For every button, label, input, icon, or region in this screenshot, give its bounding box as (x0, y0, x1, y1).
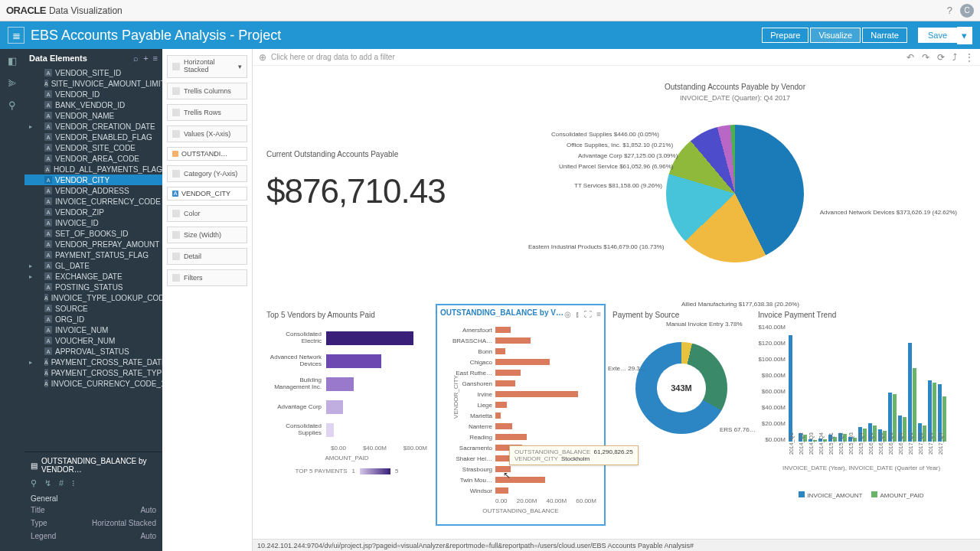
app-bar: ORACLE Data Visualization ? C (0, 0, 980, 21)
tree-item[interactable]: ▸APAYMENT_CROSS_RATE_DATE (24, 357, 162, 367)
legend-gradient (360, 468, 390, 474)
redo-icon[interactable]: ↷ (922, 52, 929, 63)
viz-tool-expand-icon[interactable]: ⛶ (584, 310, 592, 318)
share-icon[interactable]: ⤴ (952, 52, 957, 63)
tree-item[interactable]: ABANK_VENDOR_ID (24, 99, 162, 110)
tree-item[interactable]: APOSTING_STATUS (24, 282, 162, 292)
sidebar-search-icon[interactable]: ⌕ (133, 54, 139, 63)
save-button[interactable]: Save (918, 28, 957, 43)
tree-item[interactable]: AVENDOR_ENABLED_FLAG (24, 132, 162, 142)
tree-item[interactable]: AVOUCHER_NUM (24, 335, 162, 346)
tree-item[interactable]: AVENDOR_ADDRESS (24, 185, 162, 196)
user-avatar[interactable]: C (960, 4, 974, 18)
brand-logo: ORACLE (6, 5, 46, 16)
color-well[interactable]: Color (167, 205, 247, 222)
tree-item[interactable]: AVENDOR_ID (24, 89, 162, 99)
rail-analytics-icon[interactable]: ⫸ (8, 77, 18, 89)
canvas-menu-icon[interactable]: ⋮ (965, 52, 974, 63)
tree-item[interactable]: AVENDOR_ZIP (24, 207, 162, 217)
tree-item[interactable]: ASOURCE (24, 303, 162, 314)
tree-item[interactable]: AINVOICE_CURRENCY_CODE (24, 196, 162, 207)
attribute-icon: A (172, 191, 178, 197)
tree-item[interactable]: AVENDOR_SITE_CODE (24, 142, 162, 153)
sidebar-title: Data Elements (29, 54, 129, 63)
inspector-title: OUTSTANDING_BALANCE by VENDOR… (41, 457, 156, 474)
values-pill[interactable]: OUTSTANDI… (167, 147, 247, 161)
tree-item[interactable]: AHOLD_ALL_PAYMENTS_FLAG (24, 164, 162, 174)
rail-search-icon[interactable]: ⚲ (8, 99, 16, 111)
viz-type-select[interactable]: Horizontal Stacked ▾ (167, 55, 247, 78)
tree-item[interactable]: ▸AGL_DATE (24, 260, 162, 271)
viz-type-icon: ▤ (31, 461, 38, 470)
kpi-title: Current Outstanding Accounts Payable (266, 150, 496, 158)
outbal-tile[interactable]: OUTSTANDING_BALANCE by VE… ◎ ⫿ ⛶ ≡ VENDO… (436, 305, 605, 525)
tree-item[interactable]: AINVOICE_CURRENCY_CODE_1 (24, 378, 162, 389)
tree-item[interactable]: APAYMENT_STATUS_FLAG (24, 249, 162, 260)
save-dropdown[interactable]: ▾ (957, 27, 972, 44)
inspector-tool-4[interactable]: ⫶ (71, 478, 76, 488)
tree-item[interactable]: AVENDOR_CITY (24, 174, 162, 185)
trend-tile[interactable]: Invoice Payment Trend $140.00M $120.00M … (758, 311, 965, 499)
inspector-panel: ▤ OUTSTANDING_BALANCE by VENDOR… ⚲ ↯ # ⫶… (24, 452, 162, 551)
tree-item[interactable]: AORG_ID (24, 314, 162, 324)
sidebar-menu-icon[interactable]: ≡ (153, 54, 158, 63)
tree-item[interactable]: APAYMENT_CROSS_RATE_TYPE (24, 367, 162, 378)
tree-item[interactable]: AVENDOR_AREA_CODE (24, 153, 162, 164)
viz-tool-chart-icon[interactable]: ⫿ (576, 310, 580, 318)
kpi-value: $876,710.43 (266, 172, 496, 210)
category-pill[interactable]: AVENDOR_CITY (167, 187, 247, 201)
tree-item[interactable]: AINVOICE_ID (24, 217, 162, 228)
tree-item[interactable]: ▸AVENDOR_CREATION_DATE (24, 121, 162, 132)
filter-icon (172, 274, 180, 282)
tree-item[interactable]: AAPPROVAL_STATUS (24, 346, 162, 357)
inspector-tool-2[interactable]: ↯ (44, 478, 51, 488)
filter-bar[interactable]: ⊕ Click here or drag data to add a filte… (253, 49, 980, 66)
mode-prepare[interactable]: Prepare (762, 28, 808, 43)
data-elements-tree[interactable]: AVENDOR_SITE_IDASITE_INVOICE_AMOUNT_LIMI… (24, 67, 162, 452)
kpi-tile[interactable]: Current Outstanding Accounts Payable $87… (266, 150, 496, 210)
chevron-down-icon: ▾ (238, 63, 242, 70)
tree-item[interactable]: AVENDOR_SITE_ID (24, 67, 162, 78)
inspector-section-general: General (31, 494, 156, 503)
mode-narrate[interactable]: Narrate (862, 28, 907, 43)
inspector-tool-3[interactable]: # (59, 478, 64, 488)
detail-well[interactable]: Detail (167, 248, 247, 265)
filters-well[interactable]: Filters (167, 269, 247, 286)
detail-icon (172, 253, 180, 260)
values-well-header: Values (X-Axis) (167, 126, 247, 142)
trellis-cols-icon (172, 87, 180, 95)
outbal-title: OUTSTANDING_BALANCE by VE… (440, 308, 564, 317)
tree-item[interactable]: ASET_OF_BOOKS_ID (24, 228, 162, 239)
help-icon[interactable]: ? (947, 5, 952, 16)
tree-item[interactable]: AINVOICE_NUM (24, 324, 162, 335)
tree-item[interactable]: ASITE_INVOICE_AMOUNT_LIMIT (24, 78, 162, 89)
mode-visualize[interactable]: Visualize (810, 28, 861, 43)
title-bar: ≣ EBS Accounts Payable Analysis - Projec… (0, 21, 980, 49)
tree-item[interactable]: ▸AEXCHANGE_DATE (24, 271, 162, 282)
tree-item[interactable]: AINVOICE_TYPE_LOOKUP_CODE (24, 292, 162, 303)
tree-item[interactable]: AVENDOR_PREPAY_AMOUNT (24, 239, 162, 249)
trellis-rows-well[interactable]: Trellis Rows (167, 104, 247, 121)
sidebar-add-icon[interactable]: + (143, 54, 148, 63)
left-rail: ◧ ⫸ ⚲ (0, 49, 24, 551)
project-icon[interactable]: ≣ (8, 27, 24, 44)
add-filter-icon[interactable]: ⊕ (259, 52, 266, 63)
top5-tile[interactable]: Top 5 Vendors by Amounts Paid Consolidat… (266, 311, 427, 474)
undo-icon[interactable]: ↶ (906, 52, 914, 63)
pie-subtitle: INVOICE_DATE (Quarter): Q4 2017 (505, 94, 965, 102)
inspector-tool-1[interactable]: ⚲ (31, 478, 37, 488)
trellis-columns-well[interactable]: Trellis Columns (167, 83, 247, 99)
rail-data-icon[interactable]: ◧ (8, 55, 17, 67)
refresh-icon[interactable]: ⟳ (937, 52, 945, 63)
tree-item[interactable]: AVENDOR_NAME (24, 110, 162, 121)
dashboard: Current Outstanding Accounts Payable $87… (253, 66, 980, 539)
viz-tool-target-icon[interactable]: ◎ (564, 310, 571, 318)
values-icon (172, 130, 180, 138)
status-text: 10.242.101.244:9704/dv/ui/project.jsp?pa… (257, 542, 694, 549)
viz-tool-menu-icon[interactable]: ≡ (596, 310, 601, 318)
size-well[interactable]: Size (Width) (167, 227, 247, 243)
donut-tile[interactable]: Payment by Source 343M Manual Invoice En… (612, 311, 750, 495)
category-icon (172, 170, 180, 178)
pie-tile[interactable]: Outstanding Accounts Payable by Vendor I… (505, 83, 965, 312)
size-icon (172, 231, 180, 239)
